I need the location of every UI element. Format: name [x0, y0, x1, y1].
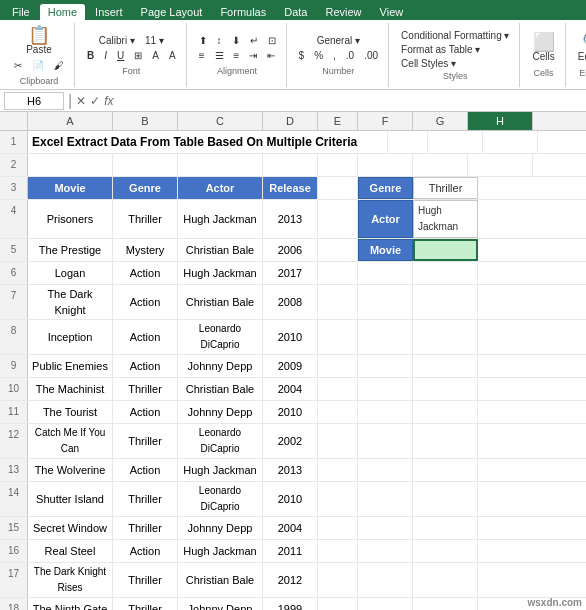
format-as-table-button[interactable]: Format as Table ▾: [397, 43, 513, 56]
indent-button[interactable]: ⇥: [245, 49, 261, 62]
cell-f9[interactable]: [318, 355, 358, 377]
cell-f11[interactable]: [318, 401, 358, 423]
cell-e12[interactable]: 2002: [263, 424, 318, 458]
cell-d6[interactable]: Hugh Jackman: [178, 262, 263, 284]
cell-h9[interactable]: [413, 355, 478, 377]
cell-e16[interactable]: 2011: [263, 540, 318, 562]
cell-e3[interactable]: [318, 177, 358, 199]
copy-button[interactable]: 📄: [28, 59, 48, 72]
cell-h14[interactable]: [413, 482, 478, 516]
align-bottom-button[interactable]: ⬇: [228, 34, 244, 47]
align-right-button[interactable]: ≡: [230, 49, 244, 62]
cell-f18[interactable]: [318, 598, 358, 610]
cell-h10[interactable]: [413, 378, 478, 400]
cell-d15[interactable]: Johnny Depp: [178, 517, 263, 539]
cell-c12[interactable]: Thriller: [113, 424, 178, 458]
cell-b13[interactable]: The Wolverine: [28, 459, 113, 481]
cell-b18[interactable]: The Ninth Gate: [28, 598, 113, 610]
border-button[interactable]: ⊞: [130, 49, 146, 62]
cell-c5[interactable]: Mystery: [113, 239, 178, 261]
cell-f1[interactable]: [428, 131, 483, 153]
align-middle-button[interactable]: ↕: [213, 34, 226, 47]
cell-c7[interactable]: Action: [113, 285, 178, 319]
cell-b7[interactable]: The Dark Knight: [28, 285, 113, 319]
cell-b11[interactable]: The Tourist: [28, 401, 113, 423]
editing-button[interactable]: 🔍 Editing: [574, 31, 586, 64]
col-header-h[interactable]: H: [468, 112, 533, 130]
cell-b12[interactable]: Catch Me If You Can: [28, 424, 113, 458]
cell-c9[interactable]: Action: [113, 355, 178, 377]
cell-e2[interactable]: [318, 154, 358, 176]
font-size-dropdown[interactable]: 11 ▾: [141, 34, 168, 47]
cell-h16[interactable]: [413, 540, 478, 562]
cell-e4[interactable]: 2013: [263, 200, 318, 238]
cell-c2[interactable]: [178, 154, 263, 176]
align-left-button[interactable]: ≡: [195, 49, 209, 62]
cell-c16[interactable]: Action: [113, 540, 178, 562]
decimal-inc-button[interactable]: .0: [342, 49, 358, 62]
cell-f13[interactable]: [318, 459, 358, 481]
col-header-f[interactable]: F: [358, 112, 413, 130]
cells-button[interactable]: ⬜ Cells: [528, 31, 558, 64]
cell-e17[interactable]: 2012: [263, 563, 318, 597]
cell-b2[interactable]: [113, 154, 178, 176]
cell-e14[interactable]: 2010: [263, 482, 318, 516]
cell-g7[interactable]: [358, 285, 413, 319]
side-actor-value[interactable]: Hugh Jackman: [413, 200, 478, 238]
cell-g14[interactable]: [358, 482, 413, 516]
cell-e15[interactable]: 2004: [263, 517, 318, 539]
tab-data[interactable]: Data: [276, 4, 315, 20]
cell-c10[interactable]: Thriller: [113, 378, 178, 400]
tab-view[interactable]: View: [372, 4, 412, 20]
col-header-b[interactable]: B: [113, 112, 178, 130]
side-movie-label[interactable]: Movie: [358, 239, 413, 261]
cell-e11[interactable]: 2010: [263, 401, 318, 423]
cell-g16[interactable]: [358, 540, 413, 562]
cell-c18[interactable]: Thriller: [113, 598, 178, 610]
cell-d4[interactable]: Hugh Jackman: [178, 200, 263, 238]
side-actor-label[interactable]: Actor: [358, 200, 413, 238]
cell-d14[interactable]: Leonardo DiCaprio: [178, 482, 263, 516]
cell-e18[interactable]: 1999: [263, 598, 318, 610]
cell-h12[interactable]: [413, 424, 478, 458]
cell-f2[interactable]: [358, 154, 413, 176]
cell-d11[interactable]: Johnny Depp: [178, 401, 263, 423]
cell-g2[interactable]: [413, 154, 468, 176]
cell-c4[interactable]: Thriller: [113, 200, 178, 238]
cell-f15[interactable]: [318, 517, 358, 539]
cell-g17[interactable]: [358, 563, 413, 597]
confirm-formula-icon[interactable]: ✓: [90, 94, 100, 108]
cell-c11[interactable]: Action: [113, 401, 178, 423]
col-header-d[interactable]: D: [263, 112, 318, 130]
cell-f5[interactable]: [318, 239, 358, 261]
cancel-formula-icon[interactable]: ✕: [76, 94, 86, 108]
cell-g6[interactable]: [358, 262, 413, 284]
cell-b10[interactable]: The Machinist: [28, 378, 113, 400]
font-name-dropdown[interactable]: Calibri ▾: [95, 34, 139, 47]
insert-function-icon[interactable]: fx: [104, 94, 113, 108]
cell-d17[interactable]: Christian Bale: [178, 563, 263, 597]
cell-f16[interactable]: [318, 540, 358, 562]
cell-g15[interactable]: [358, 517, 413, 539]
conditional-formatting-button[interactable]: Conditional Formatting ▾: [397, 29, 513, 42]
header-actor[interactable]: Actor: [178, 177, 263, 199]
tab-file[interactable]: File: [4, 4, 38, 20]
cell-f12[interactable]: [318, 424, 358, 458]
font-color-button[interactable]: A: [165, 49, 180, 62]
side-genre-value[interactable]: Thriller: [413, 177, 478, 199]
cell-d12[interactable]: Leonardo DiCaprio: [178, 424, 263, 458]
tab-formulas[interactable]: Formulas: [212, 4, 274, 20]
cell-styles-button[interactable]: Cell Styles ▾: [397, 57, 513, 70]
tab-insert[interactable]: Insert: [87, 4, 131, 20]
cell-f8[interactable]: [318, 320, 358, 354]
cell-b5[interactable]: The Prestige: [28, 239, 113, 261]
cell-g8[interactable]: [358, 320, 413, 354]
cell-d5[interactable]: Christian Bale: [178, 239, 263, 261]
cell-d13[interactable]: Hugh Jackman: [178, 459, 263, 481]
cell-h17[interactable]: [413, 563, 478, 597]
cell-g18[interactable]: [358, 598, 413, 610]
cell-b9[interactable]: Public Enemies: [28, 355, 113, 377]
currency-button[interactable]: $: [295, 49, 309, 62]
side-movie-value[interactable]: [413, 239, 478, 261]
cell-b15[interactable]: Secret Window: [28, 517, 113, 539]
